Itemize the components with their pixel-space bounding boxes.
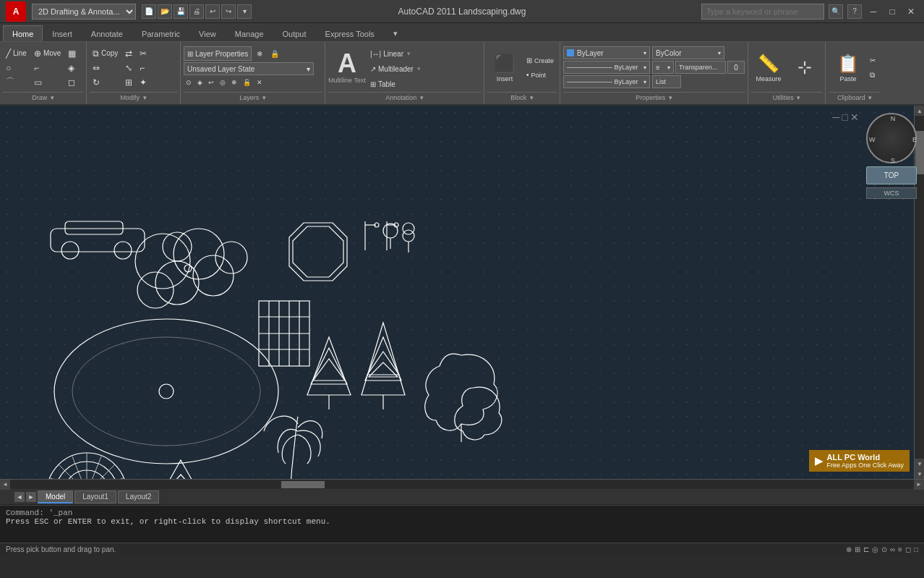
create-block-btn[interactable]: ⊞Create bbox=[523, 54, 557, 68]
tab-layout2[interactable]: Layout2 bbox=[118, 490, 160, 503]
tab-insert[interactable]: Insert bbox=[43, 25, 82, 41]
undo-btn[interactable]: ↩ bbox=[205, 4, 220, 19]
scroll-right[interactable]: ► bbox=[914, 480, 924, 490]
tab-more[interactable]: ▾ bbox=[384, 25, 407, 41]
restore-button[interactable]: □ bbox=[885, 6, 899, 17]
viewcube-top[interactable]: TOP bbox=[866, 166, 917, 184]
array-btn[interactable]: ⊞ bbox=[122, 75, 135, 90]
stretch-btn[interactable]: ⇔ bbox=[90, 61, 121, 75]
id-btn[interactable]: ⊹ bbox=[787, 45, 822, 91]
clipboard-label[interactable]: Clipboard ▾ bbox=[829, 92, 881, 103]
snap-icon[interactable]: ⊕ bbox=[846, 545, 852, 553]
layer-lock-btn[interactable]: 🔒 bbox=[268, 46, 282, 61]
help-btn[interactable]: ? bbox=[847, 4, 862, 19]
layer-match-btn[interactable]: ◈ bbox=[195, 77, 205, 88]
model-icon[interactable]: □ bbox=[914, 545, 918, 553]
open-btn[interactable]: 📂 bbox=[158, 4, 172, 19]
horizontal-scrollbar[interactable]: ◄ ► bbox=[0, 479, 924, 489]
viewcube[interactable]: N S E W TOP WCS bbox=[866, 113, 917, 200]
tab-home[interactable]: Home bbox=[3, 25, 43, 41]
tab-model[interactable]: Model bbox=[38, 490, 73, 503]
layer-prev-btn[interactable]: ↩ bbox=[206, 77, 216, 88]
multiline-text-btn[interactable]: A Multiline Text bbox=[328, 45, 366, 90]
otrack-icon[interactable]: ∞ bbox=[890, 545, 895, 553]
transparency-input[interactable] bbox=[727, 61, 745, 74]
multileader-btn[interactable]: ↗ Multileader ▾ bbox=[367, 61, 424, 76]
tab-output[interactable]: Output bbox=[273, 25, 316, 41]
arc-btn[interactable]: ⌒ bbox=[3, 75, 30, 90]
table-btn[interactable]: ⊞ Table bbox=[367, 77, 424, 91]
explode-btn[interactable]: ✦ bbox=[137, 75, 150, 90]
polar-icon[interactable]: ◎ bbox=[872, 545, 878, 553]
region-btn[interactable]: ◈ bbox=[65, 61, 79, 75]
paste-btn[interactable]: 📋 Paste bbox=[831, 45, 865, 91]
linetype-dropdown[interactable]: ——————— ByLayer ▾ bbox=[563, 61, 650, 74]
rect-btn[interactable]: ▭ bbox=[31, 75, 64, 90]
layer-properties-btn[interactable]: ⊞ Layer Properties bbox=[184, 46, 252, 61]
tab-right-btn[interactable]: ► bbox=[26, 492, 36, 502]
layer-state-dropdown[interactable]: Unsaved Layer State ▾ bbox=[184, 62, 314, 75]
layer-freeze-btn[interactable]: ❄ bbox=[254, 46, 265, 61]
linear-btn[interactable]: |↔| Linear ▾ bbox=[367, 46, 424, 61]
draw-label[interactable]: Draw ▾ bbox=[3, 92, 83, 103]
lineweight-dropdown[interactable]: ——————— ByLayer ▾ bbox=[563, 75, 650, 88]
tab-express-tools[interactable]: Express Tools bbox=[316, 25, 384, 41]
copy2-btn[interactable]: ⧉ bbox=[867, 68, 878, 82]
transparency-icon[interactable]: ◻ bbox=[905, 545, 911, 553]
scroll-down2[interactable]: ▼ bbox=[915, 469, 924, 479]
rotate-btn[interactable]: ↻ bbox=[90, 75, 121, 90]
delete-layer-btn[interactable]: ✕ bbox=[254, 77, 265, 88]
list-dropdown[interactable]: List bbox=[652, 75, 681, 88]
canvas-area[interactable]: ─ □ ✕ .drawing { stroke: #fff; fill: non… bbox=[0, 106, 924, 479]
annotation-label[interactable]: Annotation ▾ bbox=[328, 92, 481, 103]
modify-label[interactable]: Modify ▾ bbox=[90, 92, 177, 103]
save-btn[interactable]: 💾 bbox=[174, 4, 188, 19]
osnap-icon[interactable]: ⊙ bbox=[881, 545, 887, 553]
autocad-logo[interactable]: A bbox=[6, 1, 26, 22]
insert-block-btn[interactable]: ⬛ Insert bbox=[487, 45, 522, 91]
scale-btn[interactable]: ⤡ bbox=[122, 61, 135, 75]
redo-btn[interactable]: ↪ bbox=[221, 4, 236, 19]
hscroll-thumb[interactable] bbox=[281, 481, 325, 488]
cut-btn[interactable]: ✂ bbox=[867, 54, 878, 68]
hatch-dropdown[interactable]: ≡▾ bbox=[652, 61, 674, 74]
close-button[interactable]: ✕ bbox=[904, 6, 918, 17]
copy-btn[interactable]: ⧉Copy bbox=[90, 46, 121, 61]
search-icon[interactable]: 🔍 bbox=[829, 4, 843, 19]
wipeout-btn[interactable]: ◻ bbox=[65, 75, 79, 90]
scroll-down[interactable]: ▼ bbox=[915, 459, 924, 469]
tab-view[interactable]: View bbox=[189, 25, 226, 41]
isolate-btn[interactable]: ◎ bbox=[218, 77, 228, 88]
tab-left-btn[interactable]: ◄ bbox=[14, 492, 25, 502]
transparent-dropdown[interactable]: Transparen... bbox=[675, 61, 726, 74]
line-btn[interactable]: ╱ Line bbox=[3, 46, 30, 61]
make-current-btn[interactable]: ⊙ bbox=[184, 77, 194, 88]
fillet-btn[interactable]: ⌐ bbox=[137, 61, 150, 75]
ortho-icon[interactable]: ⊏ bbox=[863, 545, 869, 553]
measure-btn[interactable]: 📏 Measure bbox=[751, 45, 786, 91]
search-input[interactable] bbox=[701, 4, 824, 20]
plot-btn[interactable]: 🖨 bbox=[189, 4, 204, 19]
point-btn[interactable]: •Point bbox=[523, 68, 557, 82]
freeze-btn[interactable]: ❄ bbox=[229, 77, 239, 88]
lineweight-icon[interactable]: ≡ bbox=[898, 545, 902, 553]
tab-manage[interactable]: Manage bbox=[226, 25, 273, 41]
workspace-dropdown[interactable]: 2D Drafting & Annota... bbox=[32, 4, 136, 20]
minimize-button[interactable]: ─ bbox=[866, 6, 881, 17]
move-btn[interactable]: ⊕ Move bbox=[31, 46, 64, 61]
properties-label[interactable]: Properties ▾ bbox=[563, 92, 745, 103]
utilities-label[interactable]: Utilities ▾ bbox=[751, 92, 822, 103]
new-btn[interactable]: 📄 bbox=[142, 4, 156, 19]
block-label[interactable]: Block ▾ bbox=[487, 92, 557, 103]
lock-layer-btn[interactable]: 🔓 bbox=[241, 77, 253, 88]
tab-annotate[interactable]: Annotate bbox=[82, 25, 132, 41]
tab-parametric[interactable]: Parametric bbox=[132, 25, 189, 41]
scroll-left[interactable]: ◄ bbox=[0, 480, 10, 490]
layers-label[interactable]: Layers ▾ bbox=[184, 92, 322, 103]
trim-btn[interactable]: ✂ bbox=[137, 46, 150, 61]
color-dropdown[interactable]: ByLayer ▾ bbox=[563, 46, 650, 59]
hatch-btn[interactable]: ▦ bbox=[65, 46, 79, 61]
tab-layout1[interactable]: Layout1 bbox=[74, 490, 116, 503]
bycolor-dropdown[interactable]: ByColor ▾ bbox=[652, 46, 724, 59]
extra-btn[interactable]: ▾ bbox=[237, 4, 252, 19]
